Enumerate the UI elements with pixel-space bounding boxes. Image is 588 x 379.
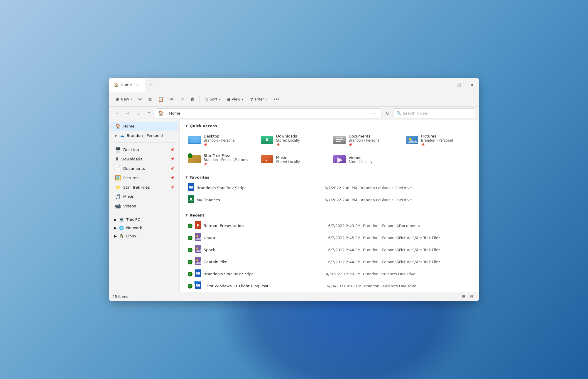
new-chevron-icon: ▾: [131, 98, 132, 101]
folder-card-videos[interactable]: Videos Stored Locally: [330, 151, 401, 168]
pictures-folder-name: Pictures: [421, 134, 453, 138]
list-item[interactable]: ✓ Captain Pike 6/7/2022 2:44 PM Brandon …: [185, 256, 473, 268]
music-icon: 🎵: [115, 194, 121, 199]
address-bar[interactable]: 🏠 › Home ⌄: [155, 108, 381, 118]
recent-item-3-name: Spock: [204, 248, 311, 252]
view-icon: ⊞: [227, 97, 230, 102]
sidebar-home-label: Home: [123, 124, 175, 128]
folder-card-documents[interactable]: Documents Brandon - Personal 📌: [330, 132, 401, 149]
list-item[interactable]: ✓ ☁ W First Windows 11 Flight Blog Post …: [185, 280, 473, 292]
folder-card-music[interactable]: ♪ Music Stored Locally: [258, 151, 328, 168]
folder-card-downloads[interactable]: ⬇ Downloads Stored Locally 📌: [258, 132, 328, 149]
back-button[interactable]: ←: [113, 109, 122, 118]
share-button[interactable]: ↗: [178, 95, 187, 104]
maximize-button[interactable]: ⬜: [452, 78, 465, 92]
copy-button[interactable]: ⧉: [146, 95, 155, 104]
title-bar: 🏠 Home × + — ⬜ ×: [109, 78, 479, 92]
favorites-list: W Brandon's Star Trek Script 6/7/2022 2:…: [180, 182, 479, 209]
recent-list: ✓ P Batman Presentation 6/7/2022 2:49 PM…: [180, 220, 479, 292]
sidebar-item-videos[interactable]: 📹 Videos: [110, 202, 178, 211]
rename-button[interactable]: ✏: [167, 95, 177, 104]
sort-icon: ⇅: [205, 97, 208, 102]
sort-label: Sort: [210, 97, 217, 101]
folder-card-startrek[interactable]: ✓ Star Trek Filez Brandon - Perso...\Pic…: [185, 151, 256, 168]
music-folder-icon: ♪: [261, 153, 273, 166]
refresh-button[interactable]: ↻: [383, 109, 392, 118]
favorites-header[interactable]: ▼ Favorites: [180, 172, 479, 182]
new-tab-button[interactable]: +: [146, 80, 156, 90]
quick-access-header[interactable]: ▼ Quick access: [180, 120, 479, 130]
paste-icon: 📋: [158, 97, 164, 102]
sync-check-icon-6: ✓: [188, 284, 192, 289]
sidebar-item-brandon[interactable]: ▶ ☁ Brandon - Personal: [110, 131, 178, 140]
recent-locations-button[interactable]: ⌄: [134, 109, 143, 118]
linux-expand-icon: ▶: [114, 234, 117, 238]
recent-header[interactable]: ▼ Recent: [180, 209, 479, 220]
startrek-pin-icon: 📌: [204, 162, 248, 166]
onedrive-icon: ☁: [120, 133, 124, 138]
filter-label: Filter: [255, 97, 264, 101]
list-item[interactable]: X My Finances 6/7/2022 2:40 PM Brandon L…: [185, 194, 473, 206]
favorites-label: Favorites: [190, 175, 209, 180]
forward-button[interactable]: →: [123, 109, 133, 118]
pin-icon: 📌: [170, 148, 175, 152]
sidebar-item-downloads[interactable]: ⬇️ Downloads 📌: [110, 155, 178, 164]
home-tab[interactable]: 🏠 Home ×: [109, 78, 145, 92]
list-view-button[interactable]: ☰: [460, 293, 467, 300]
desktop-pin-icon: 📌: [204, 143, 236, 146]
folder-card-pictures[interactable]: Pictures Brandon - Personal 📌: [403, 132, 473, 149]
address-path-label: Home: [169, 111, 180, 115]
folder-card-desktop[interactable]: Desktop Brandon - Personal 📌: [185, 132, 256, 149]
search-placeholder: Search Home: [403, 111, 428, 115]
svg-point-33: [196, 259, 198, 261]
main-area: 🏠 Home ▶ ☁ Brandon - Personal 🖥️ Desktop…: [109, 120, 479, 292]
up-button[interactable]: ↑: [144, 109, 154, 118]
list-item[interactable]: ✓ P Batman Presentation 6/7/2022 2:49 PM…: [185, 220, 473, 232]
sort-button[interactable]: ⇅ Sort ▾: [202, 95, 223, 104]
filter-icon: ⧩: [250, 97, 254, 102]
sidebar-item-linux[interactable]: ▶ 🐧 Linux: [110, 232, 178, 240]
recent-item-1-name: Batman Presentation: [204, 224, 311, 228]
svg-text:W: W: [196, 271, 200, 276]
sidebar-item-startrek[interactable]: 📁 Star Trek Filez 📌: [110, 183, 178, 192]
more-button[interactable]: •••: [270, 95, 283, 103]
recent-item-3-date: 6/7/2022 2:44 PM: [314, 248, 361, 252]
filter-button[interactable]: ⧩ Filter ▾: [247, 95, 270, 104]
delete-button[interactable]: 🗑: [187, 95, 198, 104]
list-item[interactable]: ✓ Spock 6/7/2022 2:44 PM Brandon - Perso…: [185, 244, 473, 256]
sidebar-linux-label: Linux: [126, 234, 136, 238]
sidebar-music-label: Music: [123, 194, 175, 199]
thispc-icon: 💻: [119, 217, 124, 222]
view-button[interactable]: ⊞ View ▾: [224, 95, 246, 104]
image-file-icon: [195, 233, 201, 242]
ppt-file-icon: P: [195, 221, 201, 230]
sidebar-item-network[interactable]: ▶ 🌐 Network: [110, 224, 178, 232]
desktop-icon: 🖥️: [115, 147, 121, 152]
grid-view-button[interactable]: ☷: [468, 293, 475, 300]
list-item[interactable]: ✓ Uhura 6/7/2022 2:45 PM Brandon - Perso…: [185, 232, 473, 244]
new-button[interactable]: ⊕ New ▾: [113, 95, 135, 104]
pin-icon-3: 📌: [170, 167, 175, 170]
close-button[interactable]: ×: [465, 78, 479, 92]
recent-item-2-name: Uhura: [204, 236, 311, 240]
sidebar-item-thispc[interactable]: ▶ 💻 This PC: [110, 216, 178, 224]
tab-close-button[interactable]: ×: [135, 82, 140, 88]
search-bar[interactable]: 🔍 Search Home: [393, 108, 475, 118]
svg-rect-10: [336, 141, 341, 142]
sidebar-item-music[interactable]: 🎵 Music: [110, 192, 178, 201]
downloads-folder-icon: ⬇: [261, 134, 273, 146]
list-item[interactable]: W Brandon's Star Trek Script 6/7/2022 2:…: [185, 182, 473, 194]
minimize-button[interactable]: —: [438, 78, 452, 92]
list-item[interactable]: ✓ W Brandon's Star Trek Script 4/5/2022 …: [185, 268, 473, 280]
sidebar-item-desktop[interactable]: 🖥️ Desktop 📌: [110, 145, 178, 154]
cut-button[interactable]: ✂: [135, 95, 145, 104]
sidebar-item-documents[interactable]: 📄 Documents 📌: [110, 164, 178, 173]
documents-folder-info: Documents Brandon - Personal 📌: [349, 134, 381, 146]
svg-rect-8: [336, 137, 343, 138]
sidebar-item-home[interactable]: 🏠 Home: [110, 122, 178, 131]
quick-access-label: Quick access: [190, 124, 217, 128]
paste-button[interactable]: 📋: [155, 95, 167, 104]
sidebar-item-pictures[interactable]: 🖼️ Pictures 📌: [110, 173, 178, 182]
recent-item-6-name: First Windows 11 Flight Blog Post: [205, 284, 312, 288]
address-chevron-icon[interactable]: ⌄: [370, 109, 378, 118]
